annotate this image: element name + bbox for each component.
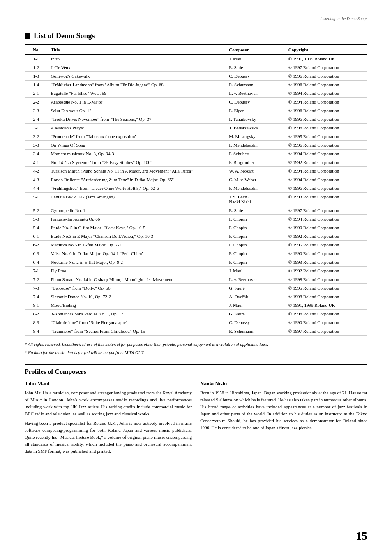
cell-copyright: © 1996 Roland Corporation: [285, 115, 367, 124]
cell-copyright: © 1994 Roland Corporation: [285, 175, 367, 184]
cell-no: 5-4: [25, 223, 48, 232]
cell-copyright: © 1992 Roland Corporation: [285, 158, 367, 167]
cell-copyright: © 1997 Roland Corporation: [285, 63, 367, 72]
cell-copyright: © 1997 Roland Corporation: [285, 327, 367, 336]
cell-title: Rondo Brillante "Aufforderung Zum Tanz" …: [48, 175, 226, 184]
cell-no: 7-2: [25, 275, 48, 284]
cell-no: 7-4: [25, 292, 48, 301]
cell-composer: E. Satie: [226, 206, 285, 215]
cell-title: "Clair de lune" from "Suite Bergamasque": [48, 318, 226, 327]
cell-no: 8-3: [25, 318, 48, 327]
cell-no: 5-2: [25, 206, 48, 215]
cell-composer: T. Badarzewska: [226, 124, 285, 132]
cell-no: 6-2: [25, 241, 48, 249]
cell-no: 4-1: [25, 158, 48, 167]
cell-title: Salut D'Amour Op. 12: [48, 106, 226, 115]
cell-copyright: © 1995 Roland Corporation: [285, 132, 367, 141]
table-row: 7-4Slavonic Dance No. 10, Op. 72-2A. Dvo…: [25, 292, 367, 301]
table-row: 3-2"Promenade" from "Tableaux d'une expo…: [25, 132, 367, 141]
cell-composer: G. Fauré: [226, 310, 285, 318]
cell-copyright: © 1994 Roland Corporation: [285, 150, 367, 158]
cell-title: "Träumerei" from "Scenes From Childhood"…: [48, 327, 226, 336]
profile-name-naoki-nishi: Naoki Nishi: [200, 380, 367, 387]
cell-composer: F. Mendelssohn: [226, 184, 285, 193]
table-row: 1-1IntroJ. Maul© 1991, 1999 Roland UK: [25, 55, 367, 63]
cell-composer: F. Chopin: [226, 232, 285, 241]
cell-composer: F. Chopin: [226, 223, 285, 232]
table-row: 1-3Golliwog's CakewalkC. Debussy© 1996 R…: [25, 72, 367, 81]
table-row: 6-1Etude No.3 in E Major "Chanson De L'A…: [25, 232, 367, 241]
table-row: 5-4Etude No. 5 in G-flat Major "Black Ke…: [25, 223, 367, 232]
cell-no: 3-3: [25, 141, 48, 150]
profile-text-naoki-nishi: Born in 1958 in Hiroshima, Japan. Began …: [200, 389, 367, 431]
cell-composer: F. Mendelssohn: [226, 141, 285, 150]
cell-copyright: © 1994 Roland Corporation: [285, 89, 367, 98]
cell-no: 6-4: [25, 258, 48, 267]
cell-no: 1-3: [25, 72, 48, 81]
cell-copyright: © 1996 Roland Corporation: [285, 106, 367, 115]
page-number: 15: [356, 530, 367, 543]
cell-title: Etude No. 5 in G-flat Major "Black Keys,…: [48, 223, 226, 232]
cell-copyright: © 1990 Roland Corporation: [285, 223, 367, 232]
cell-title: Slavonic Dance No. 10, Op. 72-2: [48, 292, 226, 301]
cell-title: "Fröhlicher Landmann" from "Album Für Di…: [48, 81, 226, 89]
cell-title: 3-Romances Sans Paroles No. 3, Op. 17: [48, 310, 226, 318]
cell-copyright: © 1990 Roland Corporation: [285, 249, 367, 258]
page-header: Listening to the Demo Songs: [25, 16, 367, 23]
cell-title: Valse No. 6 in D-flat Major, Op. 64-1 "P…: [48, 249, 226, 258]
cell-no: 5-1: [25, 193, 48, 206]
cell-composer: F. Chopin: [226, 258, 285, 267]
cell-no: 7-1: [25, 267, 48, 275]
cell-title: "Promenade" from "Tableaux d'une exposit…: [48, 132, 226, 141]
cell-no: 4-2: [25, 167, 48, 175]
cell-no: 6-3: [25, 249, 48, 258]
cell-copyright: © 1993 Roland Corporation: [285, 258, 367, 267]
cell-no: 3-1: [25, 124, 48, 132]
table-row: 8-3"Clair de lune" from "Suite Bergamasq…: [25, 318, 367, 327]
cell-copyright: © 1994 Roland Corporation: [285, 215, 367, 223]
cell-copyright: © 1998 Roland Corporation: [285, 292, 367, 301]
profile-name-john-maul: John Maul: [25, 380, 192, 387]
table-row: 7-1Fly FreeJ. Maul© 1992 Roland Corporat…: [25, 267, 367, 275]
cell-composer: C. Debussy: [226, 98, 285, 106]
cell-composer: M. Musorgsky: [226, 132, 285, 141]
cell-title: Golliwog's Cakewalk: [48, 72, 226, 81]
cell-composer: J. Maul: [226, 301, 285, 310]
cell-composer: F. Schubert: [226, 150, 285, 158]
profile-text-john-maul: John Maul is a musician, composer and ar…: [25, 389, 192, 455]
table-row: 5-2Gymnopedie No. 1E. Satie© 1997 Roland…: [25, 206, 367, 215]
table-row: 6-3Valse No. 6 in D-flat Major, Op. 64-1…: [25, 249, 367, 258]
cell-no: 8-2: [25, 310, 48, 318]
cell-title: Arabesque No. 1 in E-Major: [48, 98, 226, 106]
table-row: 2-3Salut D'Amour Op. 12E. Elgar© 1996 Ro…: [25, 106, 367, 115]
col-header-no: No.: [25, 45, 48, 55]
cell-composer: C. Debussy: [226, 318, 285, 327]
cell-title: Fantasie-Impromptu Op.66: [48, 215, 226, 223]
cell-no: 8-1: [25, 301, 48, 310]
cell-copyright: © 1993 Roland Corporation: [285, 193, 367, 206]
cell-composer: P. Tchaikovsky: [226, 115, 285, 124]
cell-composer: F. Chopin: [226, 241, 285, 249]
cell-title: "Troika Drive: November" from "The Seaso…: [48, 115, 226, 124]
table-row: 3-3On Wings Of SongF. Mendelssohn© 1996 …: [25, 141, 367, 150]
section1-title: List of Demo Songs: [25, 32, 367, 40]
table-row: 1-2Je Te VeuxE. Satie© 1997 Roland Corpo…: [25, 63, 367, 72]
table-row: 5-3Fantasie-Impromptu Op.66F. Chopin© 19…: [25, 215, 367, 223]
footnotes: All rights reserved. Unauthorized use of…: [25, 341, 367, 356]
cell-no: 3-4: [25, 150, 48, 158]
table-row: 8-1Mood/EndingJ. Maul© 1991, 1999 Roland…: [25, 301, 367, 310]
demo-songs-table: No. Title Composer Copyright 1-1IntroJ. …: [25, 44, 367, 336]
cell-copyright: © 1996 Roland Corporation: [285, 310, 367, 318]
profiles-grid: John Maul John Maul is a musician, compo…: [25, 380, 367, 457]
table-row: 6-4Nocturne No. 2 in E-flat Major, Op. 9…: [25, 258, 367, 267]
table-row: 4-2Turkisch March (Piano Sonate No. 11 i…: [25, 167, 367, 175]
cell-composer: R. Schumann: [226, 81, 285, 89]
cell-no: 1-2: [25, 63, 48, 72]
cell-copyright: © 1996 Roland Corporation: [285, 141, 367, 150]
cell-title: "Frühlingslied" from "Lieder Ohne Worte …: [48, 184, 226, 193]
cell-composer: J. S. Bach /Naoki Nishi: [226, 193, 285, 206]
cell-no: 4-3: [25, 175, 48, 184]
cell-copyright: © 1994 Roland Corporation: [285, 167, 367, 175]
cell-title: On Wings Of Song: [48, 141, 226, 150]
table-row: 5-1Cantata BWV. 147 (Jazz Arranged)J. S.…: [25, 193, 367, 206]
